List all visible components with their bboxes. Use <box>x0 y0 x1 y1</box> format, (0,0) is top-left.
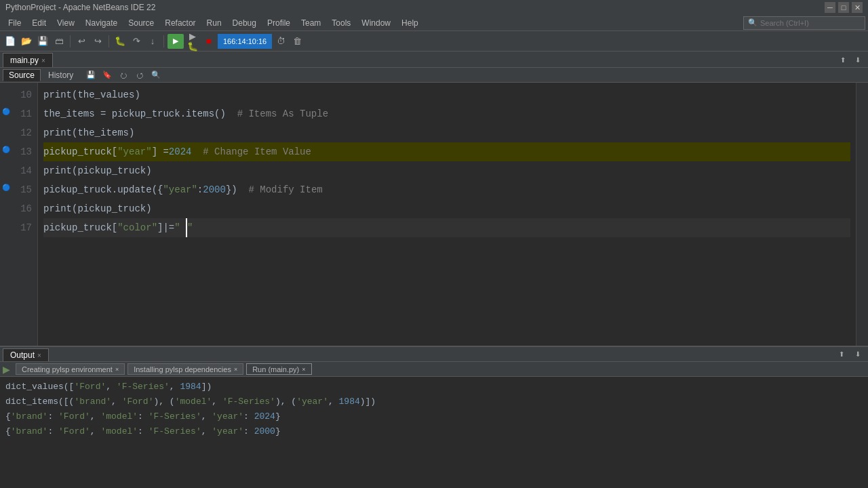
run-button[interactable]: ▶ <box>167 34 184 49</box>
menu-view[interactable]: View <box>52 17 80 29</box>
output-collapse-btn[interactable]: ⬇ <box>850 346 865 361</box>
output-panel: Output × ⬆ ⬇ ▶ Creating pylsp environmen… <box>0 346 868 488</box>
new-project-button[interactable]: 📄 <box>3 34 18 49</box>
save-all-button[interactable]: 🗃 <box>52 34 66 49</box>
redo-button[interactable]: ↪ <box>90 34 105 49</box>
line-num-15: 15 <box>12 180 32 199</box>
output-line-3: {'brand': 'Ford', 'model': 'F-Series', '… <box>5 409 863 424</box>
undo-button[interactable]: ↩ <box>74 34 89 49</box>
file-tab-close[interactable]: × <box>41 57 45 64</box>
output-content: dict_values(['Ford', 'F-Series', 1984]) … <box>0 377 868 488</box>
output-tab[interactable]: Output × <box>3 348 49 361</box>
step-over-button[interactable]: ↷ <box>129 34 144 49</box>
menu-window[interactable]: Window <box>356 17 396 29</box>
source-toolbar-btn-5[interactable]: 🔍 <box>149 68 163 83</box>
menu-source[interactable]: Source <box>123 17 159 29</box>
garbage-button[interactable]: 🗑 <box>290 34 304 49</box>
close-button[interactable]: ✕ <box>852 2 863 13</box>
titlebar-buttons: ─ □ ✕ <box>825 2 863 13</box>
menu-profile[interactable]: Profile <box>262 17 296 29</box>
window-title: PythonProject - Apache NetBeans IDE 22 <box>5 3 155 12</box>
sub-tab-close-0[interactable]: × <box>115 366 119 373</box>
separator-1 <box>70 35 71 47</box>
code-line-13: pickup_truck["year"] = 2024 # Change Ite… <box>43 142 850 161</box>
search-icon: 🔍 <box>748 18 757 27</box>
step-into-button[interactable]: ↓ <box>145 34 160 49</box>
file-tab-label: main.py <box>10 56 39 65</box>
code-line-14: print(pickup_truck) <box>43 161 850 180</box>
menu-file[interactable]: File <box>3 17 26 29</box>
output-sub-tab-2[interactable]: Run (main.py) × <box>246 363 311 375</box>
profile-run-button[interactable]: ⏱ <box>273 34 288 49</box>
sub-tab-close-2[interactable]: × <box>302 366 305 373</box>
gutter-17 <box>0 216 12 235</box>
editor-expand-button[interactable]: ⬆ <box>835 52 850 67</box>
right-sidebar <box>856 83 868 346</box>
code-area[interactable]: print(the_values) the_items = pickup_tru… <box>38 83 856 346</box>
profile-button[interactable]: 166:14:10:16 <box>218 34 272 49</box>
debug-button[interactable]: 🐛 <box>113 34 127 49</box>
menu-debug[interactable]: Debug <box>227 17 262 29</box>
separator-2 <box>108 35 109 47</box>
toolbar: 📄 📂 💾 🗃 ↩ ↪ 🐛 ↷ ↓ ▶ ▶🐛 ■ 166:14:10:16 ⏱ … <box>0 31 868 52</box>
line-num-12: 12 <box>12 123 32 142</box>
sub-tab-source[interactable]: Source <box>3 69 41 81</box>
gutter-14 <box>0 159 12 178</box>
sub-tab-close-1[interactable]: × <box>234 366 237 373</box>
output-tab-label: Output <box>10 350 35 360</box>
toolbar-search[interactable]: 🔍 <box>743 16 865 30</box>
editor-collapse-button[interactable]: ⬇ <box>850 52 865 67</box>
left-gutter: 🔵 🔵 🔵 <box>0 83 12 346</box>
menu-edit[interactable]: Edit <box>26 17 52 29</box>
sub-tab-label-0: Creating pylsp environment <box>22 365 113 373</box>
gutter-11: 🔵 <box>0 102 12 121</box>
code-line-10: print(the_values) <box>43 85 850 104</box>
output-line-4: {'brand': 'Ford', 'model': 'F-Series', '… <box>5 424 863 439</box>
file-tab-main[interactable]: main.py × <box>3 53 53 67</box>
line-num-17: 17 <box>12 218 32 237</box>
output-sub-tab-1[interactable]: Installing pylsp dependencies × <box>127 363 243 375</box>
line-numbers: 10 11 12 13 14 15 16 17 <box>12 83 38 346</box>
editor-panel: 🔵 🔵 🔵 10 11 12 13 14 15 16 17 print(the_… <box>0 83 868 346</box>
menu-tools[interactable]: Tools <box>326 17 356 29</box>
source-toolbar-btn-4[interactable]: ⭯ <box>132 68 147 83</box>
open-button[interactable]: 📂 <box>19 34 34 49</box>
run-indicator: ▶ <box>3 364 10 375</box>
gutter-10 <box>0 83 12 102</box>
output-tab-bar: Output × ⬆ ⬇ <box>0 347 868 362</box>
output-tab-close[interactable]: × <box>37 352 41 359</box>
menu-navigate[interactable]: Navigate <box>80 17 123 29</box>
line-num-10: 10 <box>12 85 32 104</box>
save-button[interactable]: 💾 <box>35 34 50 49</box>
minimize-button[interactable]: ─ <box>825 2 835 13</box>
code-line-16: print(pickup_truck) <box>43 199 850 218</box>
search-input[interactable] <box>760 19 855 27</box>
gutter-13: 🔵 <box>0 140 12 159</box>
menu-refactor[interactable]: Refactor <box>159 17 201 29</box>
gutter-15: 🔵 <box>0 178 12 197</box>
sub-tab-history[interactable]: History <box>42 69 79 81</box>
code-line-17: pickup_truck["color"]| = " " <box>43 218 850 237</box>
output-sub-tab-0[interactable]: Creating pylsp environment × <box>16 363 125 375</box>
gutter-12 <box>0 121 12 140</box>
line-num-11: 11 <box>12 104 32 123</box>
menu-help[interactable]: Help <box>396 17 424 29</box>
code-line-15: pickup_truck.update({"year": 2000}) # Mo… <box>43 180 850 199</box>
source-toolbar-btn-3[interactable]: ⭮ <box>116 68 131 83</box>
output-line-1: dict_values(['Ford', 'F-Series', 1984]) <box>5 380 863 394</box>
source-toolbar-btn-1[interactable]: 💾 <box>83 68 98 83</box>
file-tab-bar: main.py × ⬆ ⬇ <box>0 52 868 68</box>
menu-run[interactable]: Run <box>201 17 227 29</box>
menu-team[interactable]: Team <box>296 17 326 29</box>
source-toolbar-btn-2[interactable]: 🔖 <box>100 68 115 83</box>
sub-tab-label-2: Run (main.py) <box>252 365 299 373</box>
maximize-button[interactable]: □ <box>838 2 849 13</box>
stop-button[interactable]: ■ <box>201 34 216 49</box>
titlebar: PythonProject - Apache NetBeans IDE 22 ─… <box>0 0 868 15</box>
run-debug-button[interactable]: ▶🐛 <box>185 34 200 49</box>
sub-tab-bar: Source History 💾 🔖 ⭮ ⭯ 🔍 <box>0 68 868 83</box>
output-expand-btn[interactable]: ⬆ <box>834 346 849 361</box>
line-num-16: 16 <box>12 199 32 218</box>
gutter-16 <box>0 197 12 216</box>
separator-3 <box>163 35 164 47</box>
